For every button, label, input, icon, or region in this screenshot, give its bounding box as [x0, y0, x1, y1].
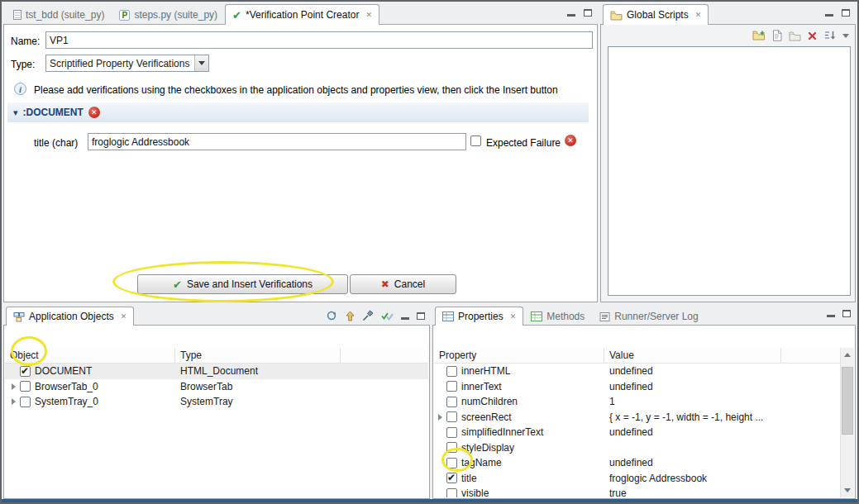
row-checkbox[interactable] [446, 427, 457, 438]
new-folder-icon[interactable] [752, 30, 766, 41]
row-checkbox[interactable] [446, 397, 457, 407]
property-name: visible [461, 487, 489, 497]
chevron-down-icon[interactable] [194, 55, 208, 71]
close-icon[interactable]: ✕ [121, 312, 127, 321]
refresh-objects-icon[interactable] [326, 310, 338, 321]
row-checkbox[interactable] [20, 397, 31, 407]
expected-failure-checkbox[interactable] [470, 136, 481, 146]
row-checkbox[interactable] [446, 381, 457, 392]
save-and-insert-button[interactable]: ✔ Save and Insert Verifications [137, 274, 348, 294]
remove-section-icon[interactable]: ✕ [88, 107, 100, 118]
property-value: undefined [609, 426, 653, 438]
editor-area: tst_bdd (suite_py) P steps.py (suite_py)… [3, 3, 598, 302]
open-folder-icon[interactable] [789, 31, 801, 41]
property-row[interactable]: tagNameundefined [434, 455, 840, 471]
row-checkbox[interactable] [446, 488, 457, 497]
row-checkbox[interactable] [446, 411, 457, 422]
row-checkbox[interactable] [20, 381, 31, 392]
global-scripts-content[interactable] [608, 46, 851, 296]
maximize-icon[interactable] [417, 312, 425, 320]
application-objects-toolbar [326, 310, 425, 321]
tab-properties[interactable]: Properties ✕ [435, 307, 523, 326]
property-name: numChildren [461, 396, 518, 407]
object-picker-icon[interactable] [362, 310, 374, 321]
property-row[interactable]: screenRect{ x = -1, y = -1, width = -1, … [434, 410, 840, 426]
close-icon[interactable]: ✕ [510, 312, 517, 321]
delete-icon[interactable] [808, 31, 817, 40]
property-row[interactable]: innerHTMLundefined [434, 364, 840, 379]
property-name: innerText [461, 381, 502, 392]
maximize-icon[interactable] [842, 310, 851, 317]
minimize-icon[interactable] [401, 312, 409, 320]
tab-label: tst_bdd (suite_py) [26, 9, 104, 21]
property-row[interactable]: innerTextundefined [434, 379, 840, 395]
property-row[interactable]: titlefroglogic Addressbook [434, 471, 840, 487]
verification-value-input[interactable] [88, 133, 466, 150]
global-scripts-toolbar [601, 26, 855, 45]
python-file-icon: P [119, 10, 130, 21]
property-row[interactable]: simplifiedInnerTextundefined [434, 425, 840, 440]
squish-ide-window: tst_bdd (suite_py) P steps.py (suite_py)… [0, 0, 859, 504]
row-checkbox[interactable] [446, 473, 457, 483]
remove-verification-icon[interactable]: ✕ [565, 135, 576, 146]
editor-tab-verification-point-creator[interactable]: ✔ *Verification Point Creator ✕ [225, 4, 379, 25]
tab-runner-server-log[interactable]: Runner/Server Log [592, 307, 705, 325]
maximize-icon[interactable] [584, 9, 592, 17]
property-value: undefined [609, 381, 653, 392]
new-script-icon[interactable] [772, 30, 782, 41]
tab-application-objects[interactable]: Application Objects ✕ [6, 307, 134, 326]
column-header-property[interactable]: Property [434, 348, 604, 363]
expander-icon[interactable] [12, 398, 16, 405]
expander-icon[interactable] [438, 414, 442, 421]
object-row[interactable]: SystemTray_0SystemTray [5, 394, 428, 410]
window-bottom-trim [2, 499, 857, 502]
object-row[interactable]: DOCUMENTHTML_Document [5, 364, 428, 379]
property-row[interactable]: numChildren1 [434, 394, 840, 410]
close-icon[interactable]: ✕ [695, 11, 702, 19]
chevron-down-icon[interactable]: ▾ [13, 107, 18, 118]
column-header-type[interactable]: Type [175, 348, 341, 363]
minimize-icon[interactable] [567, 9, 575, 17]
check-all-icon[interactable] [381, 311, 394, 321]
cancel-button[interactable]: ✖ Cancel [350, 274, 456, 294]
cancel-button-label: Cancel [394, 278, 425, 290]
expander-icon[interactable] [12, 383, 16, 390]
application-objects-view: Application Objects ✕ [3, 306, 430, 499]
close-icon[interactable]: ✕ [365, 11, 372, 19]
editor-tabbar: tst_bdd (suite_py) P steps.py (suite_py)… [3, 3, 598, 25]
property-row[interactable]: styleDisplay [434, 440, 840, 456]
minimize-icon[interactable] [827, 310, 835, 317]
row-checkbox[interactable] [20, 366, 31, 377]
scroll-down-icon[interactable] [841, 483, 854, 497]
column-header-value[interactable]: Value [604, 348, 781, 363]
property-row[interactable]: visibletrue [434, 486, 840, 497]
maximize-icon[interactable] [842, 9, 850, 17]
tab-methods[interactable]: Methods [523, 307, 592, 325]
vp-type-select[interactable]: Scriptified Property Verifications [45, 55, 209, 72]
vertical-scrollbar[interactable] [840, 348, 854, 497]
tab-label: Runner/Server Log [614, 311, 698, 322]
column-header-object[interactable]: Object [5, 348, 175, 363]
scroll-up-icon[interactable] [841, 348, 854, 362]
tab-label: *Verification Point Creator [246, 9, 359, 21]
table-header: Object Type [5, 348, 428, 364]
tab-global-scripts[interactable]: Global Scripts ✕ [603, 4, 709, 25]
document-section-header[interactable]: ▾ :DOCUMENT ✕ [7, 102, 589, 122]
scrollbar-thumb[interactable] [842, 367, 853, 435]
minimize-icon[interactable] [825, 9, 833, 17]
row-checkbox[interactable] [446, 458, 457, 468]
editor-tab-tst-bdd[interactable]: tst_bdd (suite_py) [6, 5, 112, 24]
editor-tab-steps-py[interactable]: P steps.py (suite_py) [112, 5, 225, 24]
info-icon: i [14, 83, 26, 95]
sort-icon[interactable] [823, 30, 836, 41]
row-checkbox[interactable] [446, 442, 457, 453]
object-row[interactable]: BrowserTab_0BrowserTab [5, 379, 428, 395]
move-up-icon[interactable] [346, 311, 355, 321]
view-menu-icon[interactable] [842, 34, 849, 38]
info-message: Please add verifications using the check… [34, 84, 586, 96]
vp-name-input[interactable] [45, 31, 593, 49]
column-header-filler [781, 348, 840, 363]
global-scripts-view: Global Scripts ✕ [600, 3, 856, 302]
global-scripts-body [600, 25, 856, 302]
row-checkbox[interactable] [446, 366, 457, 377]
